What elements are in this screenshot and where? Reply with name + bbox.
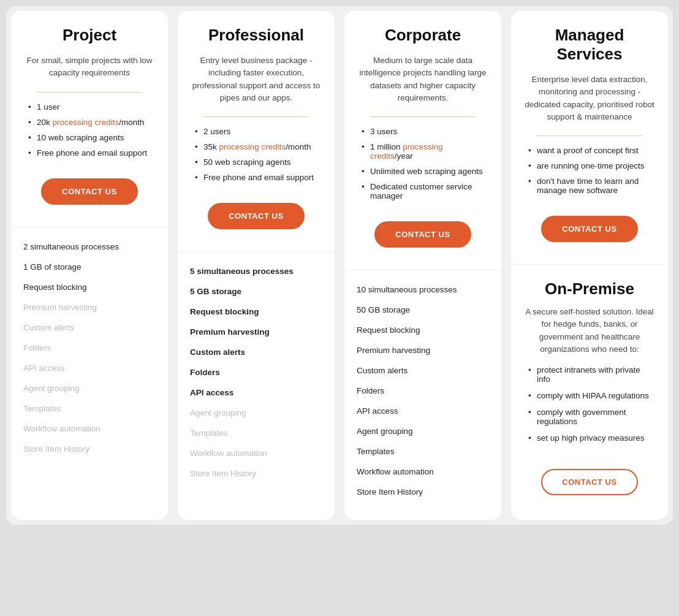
managed-desc: Enterprise level data extraction, monito… [523, 74, 656, 123]
plan-managed: Managed Services Enterprise level data e… [511, 11, 668, 520]
feature-support: Free phone and email support [28, 148, 151, 158]
professional-contact-button[interactable]: CONTACT US [208, 203, 304, 229]
corp-storage: 50 GB storage [357, 305, 489, 314]
plan-project-name: Project [63, 26, 116, 45]
on-premise-list: protect intranets with private info comp… [523, 365, 656, 443]
corp-store-history: Store Item History [357, 487, 489, 496]
feat-custom-alerts: Custom alerts [23, 323, 156, 332]
plan-professional-top: Professional Entry level business packag… [178, 11, 335, 251]
plan-project-desc: For small, simple projects with low capa… [23, 55, 156, 80]
managed-bullet-1: want a proof of concept first [528, 146, 651, 155]
prof-credits: 35k processing credits/month [195, 142, 317, 151]
prof-storage: 5 GB storage [190, 287, 322, 296]
on-premise-content: On-Premise A secure self-hosted solution… [523, 279, 656, 455]
on-premise-desc: A secure self-hosted solution. Ideal for… [523, 306, 656, 356]
feat-workflow: Workflow automation [23, 424, 156, 433]
managed-divider [537, 135, 643, 136]
plan-professional-desc: Entry level business package - including… [190, 55, 322, 104]
feature-users: 1 user [28, 102, 151, 112]
plan-professional: Professional Entry level business packag… [178, 11, 335, 520]
corp-users: 3 users [362, 127, 484, 136]
plan-professional-features: 2 users 35k processing credits/month 50 … [190, 127, 322, 188]
prof-agents: 50 web scraping agents [195, 158, 317, 167]
prof-users: 2 users [195, 127, 317, 136]
prof-support: Free phone and email support [195, 173, 317, 182]
managed-bullet-3: don't have time to learn and manage new … [528, 177, 651, 195]
managed-name: Managed Services [523, 26, 656, 64]
feat-simultaneous: 2 simultaneous processes [23, 242, 156, 251]
corp-workflow: Workflow automation [357, 467, 489, 476]
plan-corporate: Corporate Medium to large scale data int… [344, 11, 501, 520]
op-bullet-1: protect intranets with private info [528, 365, 651, 384]
plan-project-top: Project For small, simple projects with … [11, 11, 168, 227]
managed-features: want a proof of concept first are runnin… [523, 146, 656, 201]
corp-custom-alerts: Custom alerts [357, 366, 489, 375]
prof-agent-grouping: Agent grouping [190, 408, 322, 417]
plan-project: Project For small, simple projects with … [11, 11, 168, 520]
on-premise-contact-button[interactable]: CONTACT US [541, 469, 637, 495]
feat-store-history: Store Item History [23, 444, 156, 454]
op-bullet-3: comply with government regulations [528, 408, 651, 426]
on-premise-name: On-Premise [523, 279, 656, 298]
plan-corporate-name: Corporate [385, 26, 461, 45]
feat-agent-grouping: Agent grouping [23, 384, 156, 393]
plan-project-features: 1 user 20k processing credits/month 10 w… [23, 102, 156, 164]
corp-folders: Folders [357, 386, 489, 395]
feat-folders: Folders [23, 343, 156, 352]
prof-api-access: API access [190, 388, 322, 397]
plan-corporate-divider [370, 116, 476, 117]
corp-credits-link[interactable]: processing credits [370, 142, 443, 161]
project-contact-button[interactable]: CONTACT US [41, 178, 137, 205]
processing-credits-link[interactable]: processing credits [53, 118, 119, 127]
plan-professional-bottom: 5 simultaneous processes 5 GB storage Re… [178, 251, 335, 520]
feature-credits: 20k processing credits/month [28, 118, 151, 127]
corp-simultaneous: 10 simultaneous processes [357, 285, 489, 294]
prof-workflow: Workflow automation [190, 449, 322, 458]
corp-agents: Unlimited web scraping agents [362, 167, 484, 176]
on-premise-cta-wrap: CONTACT US [523, 464, 656, 508]
corp-premium-harvesting: Premium harvesting [357, 346, 489, 355]
prof-store-history: Store Item History [190, 469, 322, 478]
plan-professional-divider [203, 116, 309, 117]
corp-credits: 1 million processing credits/year [362, 142, 484, 161]
prof-premium-harvesting: Premium harvesting [190, 327, 322, 337]
feat-api-access: API access [23, 363, 156, 373]
plan-corporate-features: 3 users 1 million processing credits/yea… [357, 127, 489, 207]
plan-corporate-bottom: 10 simultaneous processes 50 GB storage … [344, 270, 501, 520]
prof-custom-alerts: Custom alerts [190, 348, 322, 357]
corp-request-blocking: Request blocking [357, 325, 489, 335]
prof-templates: Templates [190, 428, 322, 438]
plan-corporate-desc: Medium to large scale data intelligence … [357, 55, 489, 104]
pricing-table: Project For small, simple projects with … [6, 6, 673, 525]
plan-project-divider [37, 92, 143, 93]
feat-premium-harvesting: Premium harvesting [23, 303, 156, 312]
managed-top: Managed Services Enterprise level data e… [511, 11, 668, 264]
op-bullet-4: set up high privacy measures [528, 433, 651, 443]
corp-manager: Dedicated customer service manager [362, 182, 484, 200]
managed-bullet-2: are running one-time projects [528, 161, 651, 170]
corp-templates: Templates [357, 447, 489, 456]
managed-contact-button[interactable]: CONTACT US [541, 216, 637, 242]
op-bullet-2: comply with HIPAA regulations [528, 391, 651, 400]
plan-project-bottom: 2 simultaneous processes 1 GB of storage… [11, 227, 168, 520]
prof-request-blocking: Request blocking [190, 307, 322, 316]
prof-simultaneous: 5 simultaneous processes [190, 267, 322, 276]
feature-agents: 10 web scraping agents [28, 133, 151, 142]
plan-corporate-top: Corporate Medium to large scale data int… [344, 11, 501, 270]
plan-professional-name: Professional [208, 26, 304, 45]
feat-storage: 1 GB of storage [23, 262, 156, 272]
prof-credits-link[interactable]: processing credits [219, 142, 286, 151]
corporate-contact-button[interactable]: CONTACT US [374, 221, 471, 248]
feat-request-blocking: Request blocking [23, 283, 156, 292]
feat-templates: Templates [23, 404, 156, 413]
prof-folders: Folders [190, 368, 322, 377]
corp-agent-grouping: Agent grouping [357, 427, 489, 436]
on-premise-section: On-Premise A secure self-hosted solution… [511, 264, 668, 520]
corp-api-access: API access [357, 406, 489, 416]
